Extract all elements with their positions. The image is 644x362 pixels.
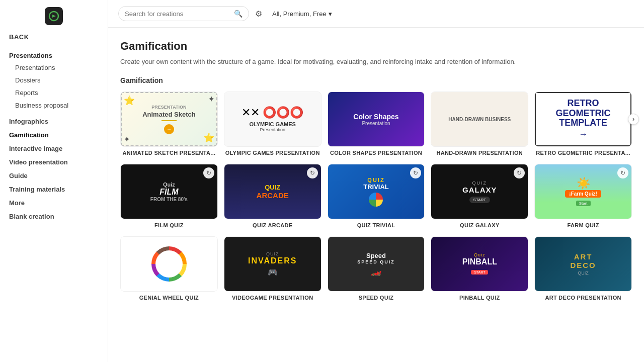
content-area: Gamification Create your own content wit… <box>108 28 644 362</box>
back-button[interactable]: BACK <box>0 28 108 49</box>
template-title-quiz-galaxy: QUIZ GALAXY <box>431 222 528 228</box>
sidebar-item-reports[interactable]: Reports <box>0 86 108 99</box>
template-title-olympic-games: OLYMPIC GAMES PRESENTATION <box>224 150 321 156</box>
template-title-retro-geometric: RETRO GEOMETRIC PRESENTA... <box>534 150 632 156</box>
sidebar-item-video-presentation[interactable]: Video presentation <box>0 155 108 169</box>
search-icon[interactable]: 🔍 <box>234 10 243 18</box>
template-row-1: PRESENTATION Animated Sketch → ⭐ ✦ ✦ ⭐ A… <box>120 92 632 156</box>
sidebar-item-presentations[interactable]: Presentations <box>0 61 108 74</box>
chevron-down-icon: ▾ <box>329 10 332 18</box>
template-card-color-shapes[interactable]: Color Shapes Presentation COLOR SHAPES P… <box>328 92 425 156</box>
sidebar-item-infographics[interactable]: Infographics <box>0 115 108 128</box>
template-card-quiz-trivial[interactable]: QUIZ TRIVIAL ↻ QUIZ TRIVIAL <box>328 164 425 228</box>
template-title-farm-quiz: FARM QUIZ <box>534 222 632 228</box>
next-row-arrow[interactable]: › <box>628 114 639 125</box>
main-content: 🔍 ⚙ All, Premium, Free ▾ Gamification Cr… <box>108 0 644 362</box>
template-grid-row3: GENIAL WHEEL QUIZ QUIZ INVADERS 🎮 VIDEOG… <box>120 236 632 301</box>
template-title-animated-sketch: ANIMATED SKETCH PRESENTA... <box>120 150 218 156</box>
template-card-art-deco[interactable]: ART DECO QUIZ ART DECO PRESENTATION <box>534 236 632 301</box>
template-card-farm-quiz[interactable]: ☀️ ¡Farm Quiz! Start ↻ FARM QUIZ <box>534 164 632 228</box>
template-title-pinball-quiz: PINBALL QUIZ <box>431 295 528 301</box>
sidebar-item-gamification[interactable]: Gamification <box>0 128 108 142</box>
template-title-speed-quiz: SPEED QUIZ <box>328 295 425 301</box>
template-card-quiz-galaxy[interactable]: QUIZ GALAXY START ↻ QUIZ GALAXY <box>431 164 528 228</box>
search-input[interactable] <box>125 10 234 18</box>
template-card-genial-wheel[interactable]: GENIAL WHEEL QUIZ <box>120 236 218 301</box>
template-grid-row2: Quiz FILM FROM THE 80's ↻ FILM QUIZ QUIZ <box>120 164 632 228</box>
template-title-quiz-arcade: QUIZ ARCADE <box>224 222 321 228</box>
refresh-icon-film-quiz[interactable]: ↻ <box>203 167 214 178</box>
template-title-color-shapes: COLOR SHAPES PRESENTATION <box>328 150 425 156</box>
template-card-animated-sketch[interactable]: PRESENTATION Animated Sketch → ⭐ ✦ ✦ ⭐ A… <box>120 92 218 156</box>
template-grid-row1: PRESENTATION Animated Sketch → ⭐ ✦ ✦ ⭐ A… <box>120 92 632 156</box>
search-box[interactable]: 🔍 <box>118 6 249 21</box>
sidebar-item-training-materials[interactable]: Training materials <box>0 183 108 196</box>
section-label: Gamification <box>120 76 632 84</box>
refresh-icon-quiz-arcade[interactable]: ↻ <box>307 167 318 178</box>
page-description: Create your own content with the structu… <box>120 58 533 65</box>
template-title-hand-drawn: HAND-DRAWN PRESENTATION <box>431 150 528 156</box>
template-card-hand-drawn[interactable]: HAND-DRAWN BUSINESS HAND-DRAWN PRESENTAT… <box>431 92 528 156</box>
filter-icon[interactable]: ⚙ <box>255 9 262 19</box>
refresh-icon-farm-quiz[interactable]: ↻ <box>617 167 628 178</box>
template-title-quiz-trivial: QUIZ TRIVIAL <box>328 222 425 228</box>
topbar: 🔍 ⚙ All, Premium, Free ▾ <box>108 0 644 28</box>
sidebar-item-interactive-image[interactable]: Interactive image <box>0 142 108 155</box>
sidebar-item-blank-creation[interactable]: Blank creation <box>0 210 108 223</box>
template-card-retro-geometric[interactable]: RETROGEOMETRICTEMPLATE → RETRO GEOMETRIC… <box>534 92 632 156</box>
sidebar-item-dossiers[interactable]: Dossiers <box>0 74 108 86</box>
template-title-videogame: VIDEOGAME PRESENTATION <box>224 295 321 301</box>
sidebar-item-guide[interactable]: Guide <box>0 169 108 183</box>
sidebar: BACK Presentations Presentations Dossier… <box>0 0 108 362</box>
template-card-speed-quiz[interactable]: Speed SPEED QUIZ 🏎️ SPEED QUIZ <box>328 236 425 301</box>
filter-label: All, Premium, Free <box>272 10 327 18</box>
template-card-quiz-arcade[interactable]: QUIZ ARCADE ↻ QUIZ ARCADE <box>224 164 321 228</box>
template-card-olympic-games[interactable]: ✕✕ ⭕⭕⭕ OLYMPIC GAMES Presentation OLYMPI… <box>224 92 321 156</box>
template-title-art-deco: ART DECO PRESENTATION <box>534 295 632 301</box>
sidebar-item-business-proposal[interactable]: Business proposal <box>0 99 108 112</box>
sidebar-section-presentations: Presentations <box>0 49 108 61</box>
sidebar-item-more[interactable]: More <box>0 196 108 210</box>
template-card-film-quiz[interactable]: Quiz FILM FROM THE 80's ↻ FILM QUIZ <box>120 164 218 228</box>
template-title-film-quiz: FILM QUIZ <box>120 222 218 228</box>
filter-dropdown[interactable]: All, Premium, Free ▾ <box>268 8 336 20</box>
page-title: Gamification <box>120 40 632 53</box>
template-card-videogame[interactable]: QUIZ INVADERS 🎮 VIDEOGAME PRESENTATION <box>224 236 321 301</box>
template-title-genial-wheel: GENIAL WHEEL QUIZ <box>120 295 218 301</box>
app-logo <box>45 7 63 25</box>
template-card-pinball-quiz[interactable]: Quiz PINBALL START PINBALL QUIZ <box>431 236 528 301</box>
